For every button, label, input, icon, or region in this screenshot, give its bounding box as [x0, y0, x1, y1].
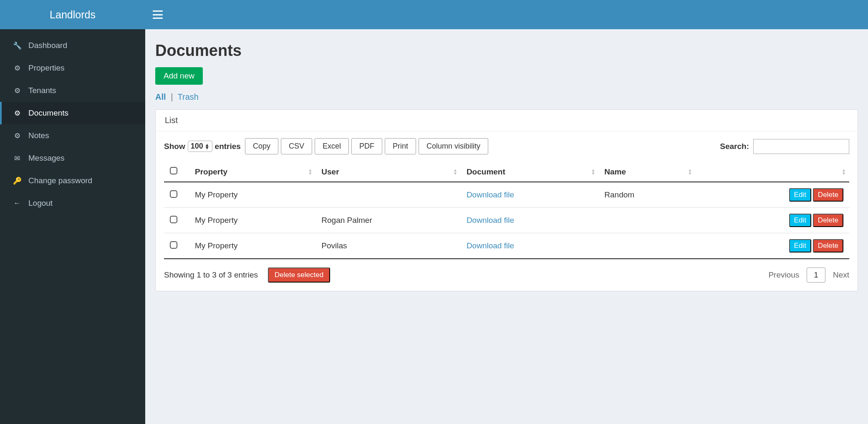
sidebar-item-messages[interactable]: ✉ Messages: [0, 147, 145, 169]
filter-links: All | Trash: [155, 92, 858, 102]
documents-table: Property ▲▼ User ▲▼ Document ▲▼: [164, 162, 849, 259]
filter-all-link[interactable]: All: [155, 92, 166, 101]
print-button[interactable]: Print: [385, 138, 416, 154]
sidebar-item-change-password[interactable]: 🔑 Change password: [0, 169, 145, 192]
sidebar-item-tenants[interactable]: ⚙ Tenants: [0, 79, 145, 102]
filter-trash-link[interactable]: Trash: [178, 92, 199, 101]
delete-button[interactable]: Delete: [813, 239, 843, 252]
pdf-button[interactable]: PDF: [351, 138, 382, 154]
table-toolbar: Show 100 ▲▼ entries Copy CSV Excel PDF P…: [164, 138, 849, 154]
excel-button[interactable]: Excel: [315, 138, 349, 154]
csv-button[interactable]: CSV: [281, 138, 312, 154]
sidebar-item-notes[interactable]: ⚙ Notes: [0, 124, 145, 147]
th-user-label: User: [321, 167, 339, 176]
sidebar-item-properties[interactable]: ⚙ Properties: [0, 57, 145, 79]
delete-selected-button[interactable]: Delete selected: [268, 268, 330, 283]
th-name-label: Name: [604, 167, 626, 176]
download-file-link[interactable]: Download file: [467, 241, 514, 250]
cell-name: [598, 208, 695, 233]
pagination-page-1[interactable]: 1: [807, 268, 825, 283]
table-row: My Property Rogan Palmer Download file E…: [164, 208, 849, 233]
cell-name: Random: [598, 182, 695, 208]
row-checkbox[interactable]: [170, 241, 177, 249]
panel-body: Show 100 ▲▼ entries Copy CSV Excel PDF P…: [156, 131, 858, 291]
filter-separator: |: [171, 92, 173, 101]
sidebar: 🔧 Dashboard ⚙ Properties ⚙ Tenants ⚙ Doc…: [0, 29, 145, 424]
panel: List Show 100 ▲▼ entries Copy CSV Excel …: [155, 109, 858, 291]
copy-button[interactable]: Copy: [245, 138, 278, 154]
delete-button[interactable]: Delete: [813, 188, 843, 202]
wrench-icon: 🔧: [12, 41, 23, 50]
menu-toggle-icon[interactable]: [153, 10, 163, 19]
edit-button[interactable]: Edit: [789, 214, 811, 227]
table-row: My Property Povilas Download file EditDe…: [164, 233, 849, 259]
sort-icon: ▲▼: [688, 169, 692, 175]
th-document[interactable]: Document ▲▼: [461, 162, 598, 182]
search-input[interactable]: [753, 139, 849, 154]
gears-icon: ⚙: [12, 64, 23, 73]
th-name[interactable]: Name ▲▼: [598, 162, 695, 182]
gears-icon: ⚙: [12, 131, 23, 140]
sort-icon: ▲▼: [308, 169, 312, 175]
th-property[interactable]: Property ▲▼: [189, 162, 315, 182]
table-row: My Property Download file Random EditDel…: [164, 182, 849, 208]
page-length-control: Show 100 ▲▼ entries: [164, 141, 241, 152]
gears-icon: ⚙: [12, 86, 23, 95]
edit-button[interactable]: Edit: [789, 239, 811, 252]
page-length-select[interactable]: 100 ▲▼: [188, 141, 212, 152]
cell-property: My Property: [189, 182, 315, 208]
table-info: Showing 1 to 3 of 3 entries: [164, 270, 258, 280]
pagination-next[interactable]: Next: [833, 270, 849, 280]
add-new-button[interactable]: Add new: [155, 67, 203, 85]
panel-header: List: [156, 110, 858, 131]
cell-name: [598, 233, 695, 259]
envelope-icon: ✉: [12, 154, 23, 163]
download-file-link[interactable]: Download file: [467, 216, 514, 225]
sidebar-item-label: Notes: [28, 131, 49, 140]
search-label: Search:: [720, 142, 749, 151]
sort-icon: ▲▼: [842, 169, 846, 175]
layout: 🔧 Dashboard ⚙ Properties ⚙ Tenants ⚙ Doc…: [0, 29, 868, 424]
key-icon: 🔑: [12, 177, 23, 185]
content: Documents Add new All | Trash List Show …: [145, 29, 868, 424]
pagination-previous[interactable]: Previous: [768, 270, 799, 280]
row-checkbox[interactable]: [170, 190, 177, 198]
gears-icon: ⚙: [12, 109, 23, 118]
th-user[interactable]: User ▲▼: [315, 162, 461, 182]
cell-property: My Property: [189, 208, 315, 233]
topbar: Landlords: [0, 0, 868, 29]
show-label-pre: Show: [164, 142, 185, 151]
cell-user: Povilas: [315, 233, 461, 259]
sidebar-item-label: Documents: [28, 109, 68, 118]
sidebar-item-documents[interactable]: ⚙ Documents: [0, 102, 145, 124]
th-actions: ▲▼: [695, 162, 849, 182]
edit-button[interactable]: Edit: [789, 188, 811, 202]
sidebar-item-dashboard[interactable]: 🔧 Dashboard: [0, 34, 145, 57]
th-select[interactable]: [164, 162, 189, 182]
page-title: Documents: [155, 42, 858, 60]
show-label-post: entries: [215, 142, 241, 151]
column-visibility-button[interactable]: Column visibility: [419, 138, 488, 154]
select-all-checkbox[interactable]: [170, 167, 177, 174]
search-wrap: Search:: [720, 139, 849, 154]
row-checkbox[interactable]: [170, 216, 177, 223]
cell-user: Rogan Palmer: [315, 208, 461, 233]
sidebar-item-label: Dashboard: [28, 41, 67, 50]
brand-logo[interactable]: Landlords: [0, 0, 145, 29]
arrow-left-icon: ←: [12, 199, 23, 207]
download-file-link[interactable]: Download file: [467, 190, 514, 199]
delete-button[interactable]: Delete: [813, 214, 843, 227]
select-arrows-icon: ▲▼: [205, 144, 209, 149]
page-length-value: 100: [191, 142, 203, 151]
table-footer: Showing 1 to 3 of 3 entries Delete selec…: [164, 268, 849, 283]
sidebar-item-label: Properties: [28, 63, 65, 73]
sidebar-item-label: Logout: [28, 199, 53, 208]
pagination: Previous 1 Next: [768, 268, 849, 283]
sidebar-item-label: Messages: [28, 154, 65, 163]
sidebar-item-label: Change password: [28, 176, 92, 185]
cell-user: [315, 182, 461, 208]
th-document-label: Document: [467, 167, 505, 176]
sidebar-item-logout[interactable]: ← Logout: [0, 192, 145, 215]
cell-property: My Property: [189, 233, 315, 259]
sidebar-item-label: Tenants: [28, 86, 56, 95]
